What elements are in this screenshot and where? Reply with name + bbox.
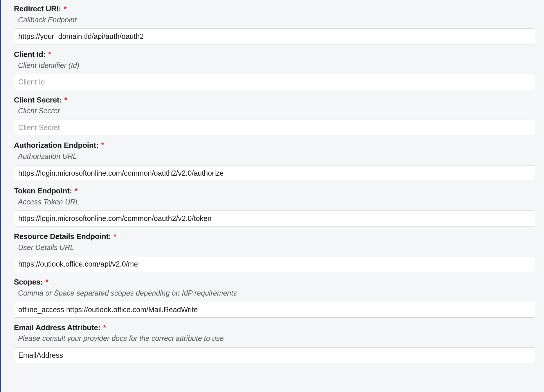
field-token-endpoint: Token Endpoint: * Access Token URL: [14, 186, 535, 226]
help-email-address-attribute: Please consult your provider docs for th…: [18, 334, 535, 343]
label-text: Resource Details Endpoint:: [14, 232, 111, 241]
label-client-id: Client Id: *: [14, 50, 535, 60]
required-icon: *: [75, 186, 78, 195]
help-client-id: Client Identifier (Id): [18, 61, 535, 70]
help-authorization-endpoint: Authorization URL: [18, 152, 535, 161]
required-icon: *: [48, 50, 51, 59]
input-resource-details-endpoint[interactable]: [14, 256, 535, 272]
label-text: Redirect URI:: [14, 4, 61, 13]
input-client-id[interactable]: [14, 74, 535, 90]
help-resource-details-endpoint: User Details URL: [18, 243, 535, 252]
field-client-id: Client Id: * Client Identifier (Id): [14, 50, 535, 90]
label-text: Email Address Attribute:: [14, 323, 100, 332]
required-icon: *: [103, 323, 106, 332]
label-text: Scopes:: [14, 278, 43, 286]
field-email-address-attribute: Email Address Attribute: * Please consul…: [14, 323, 535, 363]
help-redirect-uri: Callback Endpoint: [18, 15, 535, 25]
label-text: Client Id:: [14, 50, 46, 59]
input-token-endpoint[interactable]: [14, 211, 535, 226]
oauth-config-panel: Redirect URI: * Callback Endpoint Client…: [0, 0, 544, 392]
field-redirect-uri: Redirect URI: * Callback Endpoint: [14, 4, 535, 44]
input-authorization-endpoint[interactable]: [14, 165, 535, 181]
label-client-secret: Client Secret: *: [14, 95, 535, 105]
required-icon: *: [114, 232, 116, 241]
label-redirect-uri: Redirect URI: *: [14, 4, 535, 14]
required-icon: *: [64, 96, 67, 104]
label-email-address-attribute: Email Address Attribute: *: [14, 323, 535, 333]
field-client-secret: Client Secret: * Client Secret: [14, 95, 535, 136]
label-resource-details-endpoint: Resource Details Endpoint: *: [14, 232, 535, 242]
input-scopes[interactable]: [14, 302, 535, 318]
label-token-endpoint: Token Endpoint: *: [14, 186, 535, 196]
field-resource-details-endpoint: Resource Details Endpoint: * User Detail…: [14, 232, 535, 272]
help-scopes: Comma or Space separated scopes dependin…: [18, 288, 535, 298]
input-client-secret[interactable]: [14, 120, 535, 136]
input-redirect-uri[interactable]: [14, 28, 535, 44]
input-email-address-attribute[interactable]: [14, 347, 535, 363]
required-icon: *: [64, 4, 66, 13]
label-text: Client Secret:: [14, 96, 62, 104]
field-scopes: Scopes: * Comma or Space separated scope…: [14, 277, 535, 318]
required-icon: *: [101, 141, 104, 150]
label-text: Token Endpoint:: [14, 186, 72, 195]
label-text: Authorization Endpoint:: [14, 141, 98, 150]
help-token-endpoint: Access Token URL: [18, 197, 535, 207]
field-authorization-endpoint: Authorization Endpoint: * Authorization …: [14, 141, 535, 181]
help-client-secret: Client Secret: [18, 106, 535, 116]
label-scopes: Scopes: *: [14, 277, 535, 287]
required-icon: *: [46, 278, 48, 286]
label-authorization-endpoint: Authorization Endpoint: *: [14, 141, 535, 150]
